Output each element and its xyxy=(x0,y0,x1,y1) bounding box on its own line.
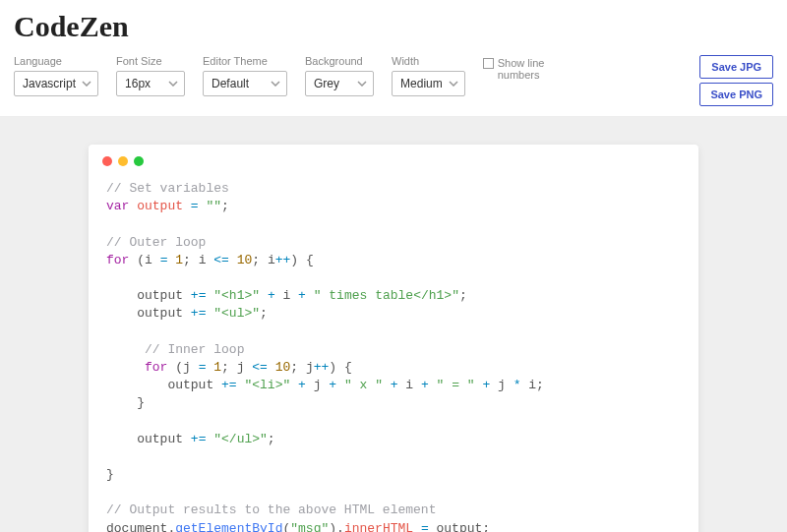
code-editor[interactable]: // Set variablesvar output = ""; // Oute… xyxy=(89,174,698,532)
chevron-down-icon xyxy=(271,81,280,87)
show-line-numbers-label: Show line numbers xyxy=(498,57,552,81)
theme-value: Default xyxy=(212,77,249,90)
save-png-button[interactable]: Save PNG xyxy=(699,83,773,106)
export-buttons: Save JPG Save PNG xyxy=(699,55,773,106)
language-select[interactable]: Javascript xyxy=(14,71,98,96)
theme-select[interactable]: Default xyxy=(203,71,287,96)
close-dot-icon xyxy=(102,156,112,166)
width-select[interactable]: Medium xyxy=(392,71,465,96)
fontsize-control: Font Size 16px xyxy=(116,55,185,96)
toolbar: Language Javascript Font Size 16px Edito… xyxy=(0,49,787,117)
minimize-dot-icon xyxy=(118,156,128,166)
checkbox-icon[interactable] xyxy=(483,58,494,69)
chevron-down-icon xyxy=(168,81,178,87)
fontsize-value: 16px xyxy=(125,77,151,90)
width-label: Width xyxy=(392,55,465,67)
width-value: Medium xyxy=(400,77,443,90)
chevron-down-icon xyxy=(449,81,458,87)
background-label: Background xyxy=(305,55,374,67)
language-control: Language Javascript xyxy=(14,55,98,96)
zoom-dot-icon xyxy=(134,156,144,166)
language-value: Javascript xyxy=(23,77,76,90)
theme-control: Editor Theme Default xyxy=(203,55,287,96)
chevron-down-icon xyxy=(357,81,367,87)
window-traffic-lights xyxy=(89,145,698,174)
theme-label: Editor Theme xyxy=(203,55,287,67)
code-window: // Set variablesvar output = ""; // Oute… xyxy=(89,145,698,532)
width-control: Width Medium xyxy=(392,55,465,96)
background-select[interactable]: Grey xyxy=(305,71,374,96)
fontsize-label: Font Size xyxy=(116,55,185,67)
fontsize-select[interactable]: 16px xyxy=(116,71,185,96)
language-label: Language xyxy=(14,55,98,67)
save-jpg-button[interactable]: Save JPG xyxy=(699,55,773,79)
background-control: Background Grey xyxy=(305,55,374,96)
editor-stage: // Set variablesvar output = ""; // Oute… xyxy=(0,117,787,532)
chevron-down-icon xyxy=(82,81,91,87)
show-line-numbers-control[interactable]: Show line numbers xyxy=(483,57,552,81)
app-title: CodeZen xyxy=(14,10,773,43)
background-value: Grey xyxy=(314,77,339,90)
